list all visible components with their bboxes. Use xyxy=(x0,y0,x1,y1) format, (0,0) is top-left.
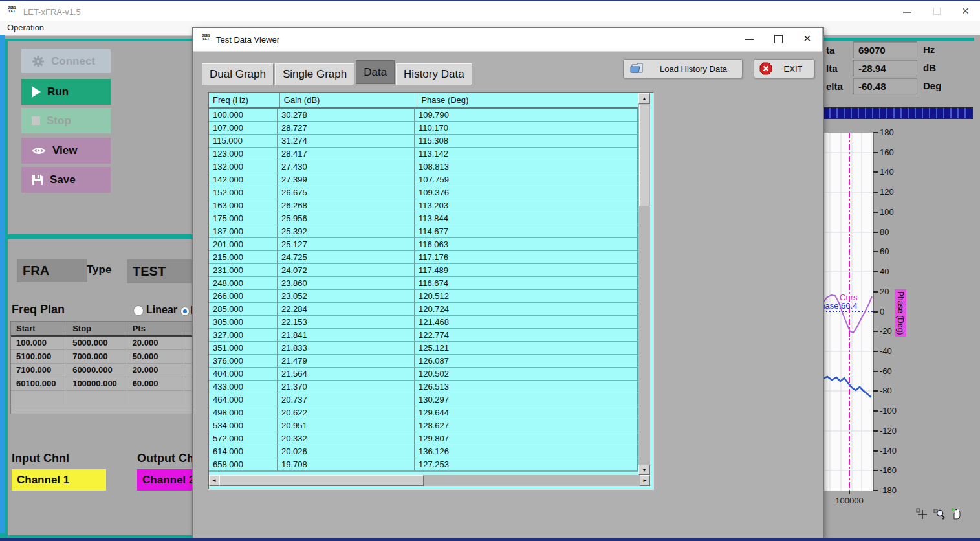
dialog-close-icon[interactable]: × xyxy=(803,31,811,46)
tab-data[interactable]: Data xyxy=(356,60,395,84)
fp-cell[interactable]: 7000.000 xyxy=(67,350,127,363)
column-header[interactable]: Gain (dB) xyxy=(280,93,418,107)
radio-linear[interactable] xyxy=(133,305,144,316)
readout-value: -28.94 xyxy=(853,60,917,76)
cell: 20.622 xyxy=(278,406,415,419)
y-tick-label: -20 xyxy=(880,326,892,336)
table-row: 152.00026.675109.376 xyxy=(209,186,638,199)
cell: 129.807 xyxy=(415,432,638,445)
table-row: 187.00025.392114.677 xyxy=(209,225,638,238)
column-header[interactable]: Phase (Deg) xyxy=(417,93,638,107)
y-tick-label: -100 xyxy=(880,406,897,415)
connect-label: Connect xyxy=(51,55,95,68)
menu-operation[interactable]: Operation xyxy=(7,23,44,32)
scroll-up-icon[interactable]: ▲ xyxy=(638,93,650,104)
run-button[interactable]: Run xyxy=(21,79,111,105)
x-tick-mark xyxy=(849,491,850,494)
connect-button[interactable]: Connect xyxy=(21,49,111,73)
scroll-right-icon[interactable]: ► xyxy=(640,475,650,486)
table-row: 376.00021.479126.087 xyxy=(209,355,638,368)
fp-cell[interactable] xyxy=(67,391,127,404)
y-tick-mark xyxy=(873,311,878,313)
cell: 114.677 xyxy=(415,225,638,237)
cell: 30.278 xyxy=(278,109,415,121)
y-tick-mark xyxy=(873,351,878,352)
y-tick-mark xyxy=(873,331,878,332)
cell: 23.860 xyxy=(278,277,415,289)
dialog-minimize-icon[interactable] xyxy=(745,39,754,40)
save-button[interactable]: Save xyxy=(21,167,111,193)
folder-open-icon xyxy=(629,62,645,75)
close-icon[interactable]: × xyxy=(962,4,969,18)
cell: 127.253 xyxy=(415,458,638,470)
zoom-tool-icon[interactable] xyxy=(933,508,946,520)
fp-cell[interactable]: 50.000 xyxy=(127,350,184,363)
table-row: 464.00020.737130.297 xyxy=(209,393,638,406)
y-tick-label: 60 xyxy=(880,247,889,256)
fp-cell[interactable] xyxy=(11,391,67,404)
input-channel-select[interactable]: Channel 1 xyxy=(12,469,106,491)
cell: 20.332 xyxy=(278,432,415,445)
fp-row: 60100.000100000.00060.000 xyxy=(11,377,193,391)
v-scrollbar[interactable]: ▲ ▼ xyxy=(638,93,650,475)
fp-cell[interactable]: 60000.000 xyxy=(67,364,127,377)
cell: 534.000 xyxy=(209,419,278,432)
stop-button[interactable]: Stop xyxy=(21,108,111,133)
y-tick-label: -140 xyxy=(880,446,897,456)
freq-plan-table[interactable]: StartStopPts 100.0005000.00020.0005100.0… xyxy=(10,321,194,414)
load-history-data-button[interactable]: Load History Data xyxy=(623,59,743,78)
data-table: Freq (Hz)Gain (dB)Phase (Deg) 100.00030.… xyxy=(208,92,654,490)
view-button[interactable]: View xyxy=(21,138,111,164)
fp-cell[interactable]: 100000.000 xyxy=(67,377,127,390)
cell: 22.153 xyxy=(278,316,415,328)
data-table-header: Freq (Hz)Gain (dB)Phase (Deg) xyxy=(209,93,638,109)
cursor-tool-icon[interactable] xyxy=(916,508,928,520)
cell: 433.000 xyxy=(209,381,278,393)
pan-hand-tool-icon[interactable] xyxy=(951,507,963,520)
fp-cell[interactable]: 60100.000 xyxy=(11,377,67,390)
test-data-viewer-dialog: 2051 LET Test Data Viewer × Dual GraphSi… xyxy=(192,27,824,539)
cell: 107.759 xyxy=(415,173,638,186)
cell: 115.000 xyxy=(209,135,278,147)
cell: 21.479 xyxy=(278,355,415,367)
table-row: 100.00030.278109.790 xyxy=(209,109,638,122)
fp-cell[interactable]: 7100.000 xyxy=(11,364,67,377)
h-scroll-thumb[interactable] xyxy=(219,475,424,486)
app-logo-line2: LET xyxy=(7,10,17,13)
y-tick-label: 120 xyxy=(880,187,894,197)
cell: 128.627 xyxy=(415,419,638,432)
v-scroll-thumb[interactable] xyxy=(639,105,649,206)
cell: 113.844 xyxy=(415,212,638,225)
fp-cell[interactable]: 5000.000 xyxy=(67,337,127,349)
y-tick-label: 0 xyxy=(880,307,884,316)
tab-history-data[interactable]: History Data xyxy=(396,63,472,85)
cell: 109.376 xyxy=(415,186,638,199)
radio-linear-label[interactable]: Linear xyxy=(146,304,177,316)
radio-log-selected[interactable] xyxy=(180,307,190,316)
fp-cell[interactable]: 20.000 xyxy=(127,337,184,349)
tab-single-graph[interactable]: Single Graph xyxy=(275,63,354,85)
column-header[interactable]: Freq (Hz) xyxy=(209,93,280,107)
table-row: 327.00021.841122.774 xyxy=(209,329,638,342)
fp-cell[interactable] xyxy=(127,391,184,404)
scroll-left-icon[interactable]: ◄ xyxy=(209,475,219,486)
scroll-down-icon[interactable]: ▼ xyxy=(638,465,650,475)
cell: 351.000 xyxy=(209,342,278,354)
table-row: 132.00027.430108.813 xyxy=(209,160,638,173)
table-row: 201.00025.127116.063 xyxy=(209,238,638,251)
table-row: 266.00023.052120.512 xyxy=(209,290,638,303)
fp-cell[interactable]: 5100.000 xyxy=(11,350,67,363)
dialog-maximize-icon[interactable] xyxy=(774,35,783,43)
tab-dual-graph[interactable]: Dual Graph xyxy=(202,63,274,85)
table-row: 123.00028.417113.142 xyxy=(209,148,638,160)
minimize-icon[interactable] xyxy=(903,12,911,13)
cell: 120.512 xyxy=(415,290,638,302)
h-scrollbar[interactable]: ◄ ► xyxy=(209,475,650,486)
fp-cell[interactable]: 60.000 xyxy=(127,377,184,390)
fp-cell[interactable]: 20.000 xyxy=(127,364,184,377)
cell: 27.399 xyxy=(278,173,415,186)
exit-button[interactable]: EXIT xyxy=(754,59,814,78)
cell: 327.000 xyxy=(209,329,278,341)
fp-cell[interactable]: 100.000 xyxy=(11,337,67,349)
maximize-icon[interactable] xyxy=(933,8,941,15)
